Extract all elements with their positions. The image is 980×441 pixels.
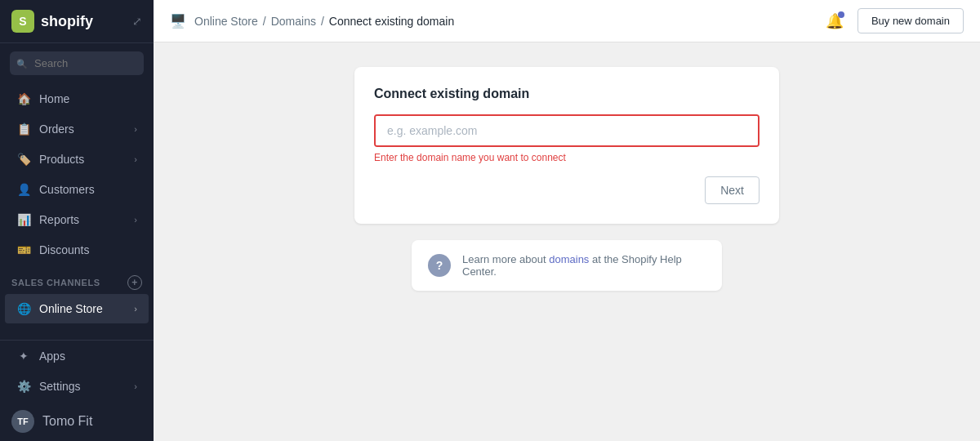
chevron-right-icon: › bbox=[134, 215, 137, 225]
apps-icon: ✦ bbox=[16, 349, 31, 363]
chevron-right-icon: › bbox=[134, 381, 137, 391]
buy-domain-button[interactable]: Buy new domain bbox=[858, 8, 964, 33]
main-content: 🖥️ Online Store / Domains / Connect exis… bbox=[154, 0, 980, 441]
shopify-logo-icon: S bbox=[11, 10, 34, 33]
sidebar-item-online-store[interactable]: 🌐 Online Store › bbox=[5, 294, 149, 323]
card-footer: Next bbox=[374, 176, 760, 204]
sidebar-item-label: Discounts bbox=[39, 243, 89, 256]
discounts-icon: 🎫 bbox=[16, 243, 31, 257]
chevron-right-icon: › bbox=[134, 124, 137, 134]
notification-icon[interactable]: 🔔 bbox=[822, 8, 848, 34]
chevron-right-icon: › bbox=[134, 154, 137, 164]
breadcrumb-separator: / bbox=[321, 15, 324, 28]
user-profile[interactable]: TF Tomo Fit bbox=[0, 402, 154, 441]
topbar: 🖥️ Online Store / Domains / Connect exis… bbox=[154, 0, 980, 42]
sidebar-item-label: Customers bbox=[39, 183, 95, 196]
input-hint: Enter the domain name you want to connec… bbox=[374, 152, 760, 163]
chevron-right-icon: › bbox=[134, 304, 137, 314]
topbar-right: 🔔 Buy new domain bbox=[822, 8, 964, 34]
online-store-icon: 🌐 bbox=[16, 301, 31, 316]
sidebar-bottom: ✦ Apps ⚙️ Settings › TF Tomo Fit bbox=[0, 340, 154, 441]
search-input[interactable] bbox=[10, 51, 144, 75]
reports-icon: 📊 bbox=[16, 212, 31, 227]
expand-icon[interactable]: ⤢ bbox=[132, 15, 142, 28]
customers-icon: 👤 bbox=[16, 182, 31, 197]
settings-icon: ⚙️ bbox=[16, 379, 31, 394]
help-domains-link[interactable]: domains bbox=[549, 253, 589, 265]
notification-dot bbox=[838, 11, 844, 18]
sidebar-item-customers[interactable]: 👤 Customers bbox=[5, 175, 149, 204]
help-icon: ? bbox=[428, 254, 451, 277]
connect-domain-card: Connect existing domain Enter the domain… bbox=[354, 67, 779, 224]
avatar: TF bbox=[11, 410, 34, 433]
sidebar: S shopify ⤢ 🏠 Home 📋 Orders › 🏷️ Prod bbox=[0, 0, 154, 441]
online-store-breadcrumb-icon: 🖥️ bbox=[170, 13, 186, 29]
breadcrumb: 🖥️ Online Store / Domains / Connect exis… bbox=[170, 13, 454, 29]
breadcrumb-current: Connect existing domain bbox=[329, 15, 454, 28]
sales-channels-label: SALES CHANNELS bbox=[11, 278, 100, 287]
sidebar-logo-text: shopify bbox=[41, 13, 93, 30]
add-sales-channel-icon[interactable]: + bbox=[127, 275, 142, 290]
sales-channels-section-label: SALES CHANNELS + bbox=[0, 265, 154, 293]
next-button[interactable]: Next bbox=[705, 176, 760, 204]
sidebar-nav: 🏠 Home 📋 Orders › 🏷️ Products › 👤 Custom… bbox=[0, 83, 154, 324]
card-title: Connect existing domain bbox=[374, 87, 760, 101]
sidebar-item-orders[interactable]: 📋 Orders › bbox=[5, 114, 149, 144]
sidebar-item-label: Apps bbox=[39, 350, 65, 363]
sidebar-item-home[interactable]: 🏠 Home bbox=[5, 84, 149, 114]
breadcrumb-separator: / bbox=[263, 15, 266, 28]
sidebar-item-products[interactable]: 🏷️ Products › bbox=[5, 145, 149, 174]
sidebar-item-label: Orders bbox=[39, 122, 74, 136]
orders-icon: 📋 bbox=[16, 122, 31, 136]
sidebar-logo: S shopify bbox=[11, 10, 93, 33]
page-content: Connect existing domain Enter the domain… bbox=[154, 42, 980, 441]
help-text-before: Learn more about bbox=[462, 253, 549, 265]
breadcrumb-online-store[interactable]: Online Store bbox=[194, 15, 258, 28]
sidebar-item-settings[interactable]: ⚙️ Settings › bbox=[5, 372, 149, 401]
help-card: ? Learn more about domains at the Shopif… bbox=[412, 240, 722, 291]
breadcrumb-domains[interactable]: Domains bbox=[271, 15, 316, 28]
sidebar-item-label: Reports bbox=[39, 213, 79, 226]
home-icon: 🏠 bbox=[16, 91, 31, 106]
sidebar-header: S shopify ⤢ bbox=[0, 0, 154, 43]
sidebar-item-apps[interactable]: ✦ Apps bbox=[5, 341, 149, 371]
sidebar-item-label: Settings bbox=[39, 380, 81, 393]
domain-input-wrapper bbox=[374, 114, 760, 147]
sidebar-item-label: Online Store bbox=[39, 302, 103, 315]
help-text: Learn more about domains at the Shopify … bbox=[462, 253, 706, 278]
sidebar-item-discounts[interactable]: 🎫 Discounts bbox=[5, 235, 149, 265]
sidebar-item-label: Home bbox=[39, 92, 69, 105]
sidebar-item-label: Products bbox=[39, 153, 84, 166]
products-icon: 🏷️ bbox=[16, 152, 31, 167]
user-name: Tomo Fit bbox=[42, 414, 92, 429]
domain-input[interactable] bbox=[376, 116, 758, 145]
sidebar-search-wrapper bbox=[0, 43, 154, 83]
sidebar-item-reports[interactable]: 📊 Reports › bbox=[5, 205, 149, 234]
